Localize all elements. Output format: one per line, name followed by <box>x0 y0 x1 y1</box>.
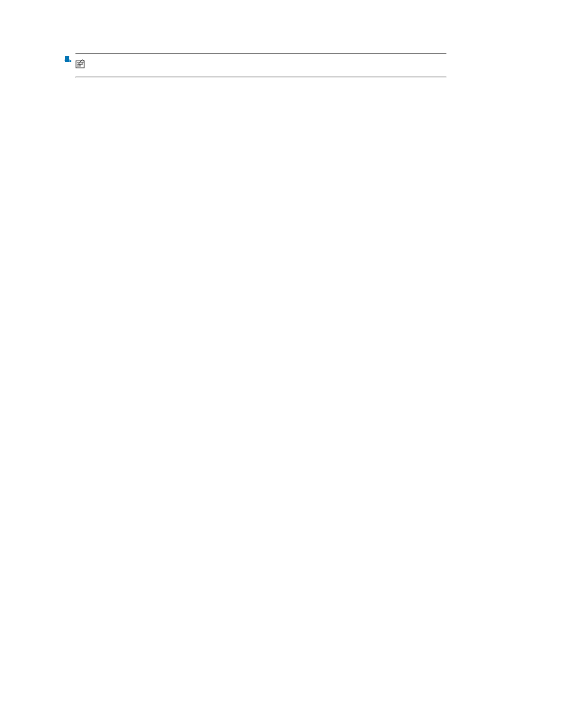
page-footer <box>33 149 529 159</box>
note-icon <box>75 58 86 72</box>
note-block <box>75 53 529 78</box>
